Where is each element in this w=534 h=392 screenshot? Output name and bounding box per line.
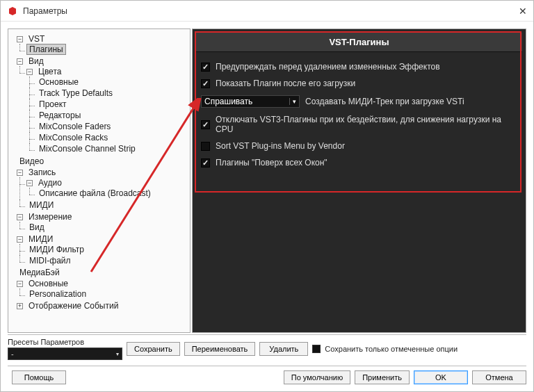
- tree-personalization[interactable]: Personalization: [26, 288, 89, 300]
- option-label: Предупреждать перед удалением измененных…: [216, 62, 440, 72]
- tree-midi2[interactable]: МИДИ: [26, 234, 56, 245]
- collapse-icon[interactable]: −: [17, 58, 23, 65]
- tree-mixconsole-channel-strip[interactable]: MixConsole Channel Strip: [36, 143, 138, 154]
- expand-icon[interactable]: +: [17, 303, 23, 309]
- collapse-icon[interactable]: −: [26, 180, 33, 186]
- option-label: Показать Плагин после его загрузки: [216, 79, 355, 88]
- checkbox-save-only-marked[interactable]: [312, 345, 321, 353]
- app-icon: [8, 6, 17, 16]
- presets-bar: Пресеты Параметров -▾ Сохранить Переимен…: [1, 335, 533, 366]
- tree-mixconsole-racks[interactable]: MixConsole Racks: [36, 132, 111, 143]
- save-preset-button[interactable]: Сохранить: [127, 342, 180, 356]
- close-button[interactable]: ✕: [512, 1, 533, 22]
- checkbox-sort-by-vendor[interactable]: [201, 142, 210, 151]
- tree-project[interactable]: Проект: [36, 99, 70, 110]
- tree-midi-file[interactable]: MIDI-файл: [26, 255, 74, 266]
- checkbox-show-after-load[interactable]: [201, 79, 210, 88]
- settings-panel: VST-Плагины Предупреждать перед удаление…: [192, 28, 526, 333]
- tree-basic2[interactable]: Основные: [26, 278, 71, 289]
- button-bar: Помощь По умолчанию Применить OK Отмена: [1, 366, 533, 391]
- presets-dropdown[interactable]: -▾: [8, 348, 122, 360]
- tree-vst[interactable]: VST: [26, 33, 47, 44]
- tree-track-type-defaults[interactable]: Track Type Defaults: [36, 88, 115, 99]
- chevron-down-icon: ▾: [116, 351, 119, 357]
- option-label: Плагины "Поверх всех Окон": [216, 158, 327, 168]
- defaults-button[interactable]: По умолчанию: [284, 370, 350, 384]
- tree-event-display[interactable]: Отображение Событий: [26, 300, 121, 311]
- tree-plugins[interactable]: Плагины: [26, 44, 66, 55]
- panel-title: VST-Плагины: [196, 33, 522, 52]
- checkbox-warn-before-remove[interactable]: [201, 63, 210, 72]
- cancel-button[interactable]: Отмена: [472, 370, 526, 384]
- rename-preset-button[interactable]: Переименовать: [184, 342, 256, 356]
- tree-view[interactable]: Вид: [26, 56, 47, 67]
- option-label: Отключать VST3-Плагины при их бездействи…: [216, 115, 517, 134]
- collapse-icon[interactable]: −: [17, 170, 23, 176]
- titlebar: Параметры ✕: [1, 1, 533, 22]
- option-label: Создавать МИДИ-Трек при загрузке VSTi: [305, 97, 464, 106]
- collapse-icon[interactable]: −: [26, 69, 33, 75]
- apply-button[interactable]: Применить: [355, 370, 410, 384]
- collapse-icon[interactable]: −: [17, 236, 23, 243]
- tree-mixconsole-faders[interactable]: MixConsole Faders: [36, 121, 113, 132]
- tree-midi-filter[interactable]: МИДИ Фильтр: [26, 244, 87, 255]
- preferences-window: Параметры ✕ −VST Плагины −Вид −Цвета: [0, 0, 534, 392]
- tree-basic[interactable]: Основные: [36, 76, 81, 88]
- tree-measurement[interactable]: Измерение: [26, 211, 74, 222]
- dropdown-value: Спрашивать: [204, 97, 252, 106]
- tree-broadcast[interactable]: Описание файла (Broadcast): [36, 188, 154, 199]
- tree-midi[interactable]: МИДИ: [26, 199, 56, 211]
- presets-value: -: [11, 350, 14, 358]
- window-title: Параметры: [23, 6, 512, 16]
- checkbox-suspend-vst3[interactable]: [201, 120, 210, 129]
- tree-audio[interactable]: Аудио: [35, 177, 65, 188]
- chevron-down-icon: ▾: [289, 98, 296, 105]
- tree-editors[interactable]: Редакторы: [36, 110, 83, 121]
- collapse-icon[interactable]: −: [17, 36, 23, 42]
- delete-preset-button[interactable]: Удалить: [259, 342, 308, 356]
- midi-track-mode-dropdown[interactable]: Спрашивать▾: [201, 95, 300, 108]
- collapse-icon[interactable]: −: [17, 214, 23, 220]
- help-button[interactable]: Помощь: [12, 370, 66, 384]
- presets-label: Пресеты Параметров: [8, 338, 122, 346]
- tree-mediabay[interactable]: МедиаБэй: [17, 267, 63, 278]
- category-tree[interactable]: −VST Плагины −Вид −Цвета Основные Track …: [8, 28, 191, 333]
- tree-video[interactable]: Видео: [17, 156, 47, 167]
- tree-view2[interactable]: Вид: [26, 222, 47, 233]
- save-only-marked-label: Сохранить только отмеченные опции: [325, 345, 458, 353]
- option-label: Sort VST Plug-ins Menu by Vendor: [216, 141, 345, 151]
- tree-colors[interactable]: Цвета: [35, 66, 64, 77]
- tree-record[interactable]: Запись: [26, 167, 58, 178]
- collapse-icon[interactable]: −: [17, 281, 23, 287]
- checkbox-always-on-top[interactable]: [201, 158, 210, 168]
- ok-button[interactable]: OK: [414, 370, 468, 384]
